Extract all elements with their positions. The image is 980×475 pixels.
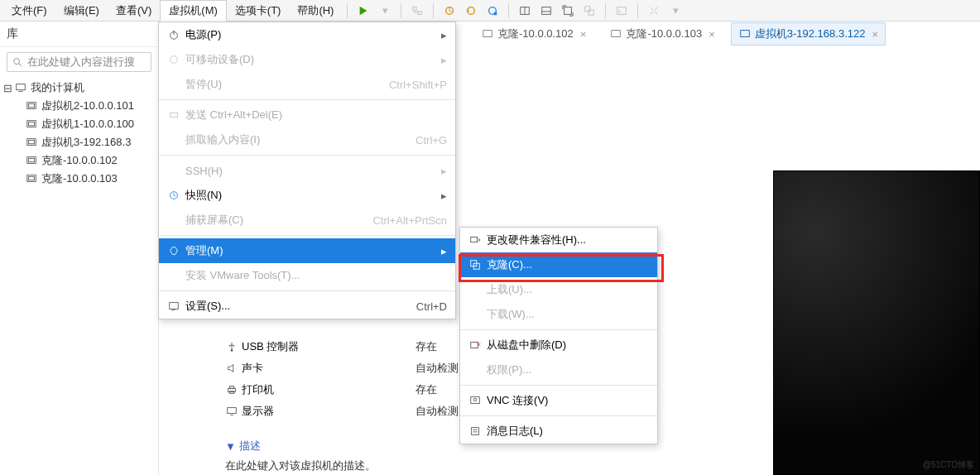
tool-layout-split-icon[interactable] bbox=[516, 2, 534, 20]
svg-rect-27 bbox=[29, 176, 35, 180]
tab-label: 克隆-10.0.0.102 bbox=[497, 26, 574, 41]
settings-icon bbox=[166, 300, 182, 312]
sound-icon bbox=[225, 362, 238, 375]
play-dropdown-icon[interactable]: ▾ bbox=[376, 2, 394, 20]
vm-icon bbox=[738, 27, 752, 41]
vm-console[interactable]: @51CTO博客 bbox=[773, 170, 980, 475]
collapse-icon: ⊟ bbox=[3, 82, 12, 94]
tool-stretch-dropdown-icon[interactable]: ▾ bbox=[666, 2, 685, 20]
svg-rect-25 bbox=[29, 158, 35, 161]
device-label: 显示器 bbox=[242, 404, 274, 419]
chevron-down-icon: ▼ bbox=[225, 440, 236, 453]
submenu-download[interactable]: 下载(W)... bbox=[460, 302, 657, 327]
close-icon[interactable]: × bbox=[872, 28, 878, 41]
menu-label: 电源(P) bbox=[182, 27, 437, 42]
device-row[interactable]: USB 控制器存在 bbox=[225, 336, 473, 357]
tree-item[interactable]: 克隆-10.0.0.102 bbox=[3, 151, 155, 170]
svg-rect-33 bbox=[229, 386, 233, 389]
manage-submenu: 更改硬件兼容性(H)... 克隆(C)... 上载(U)... 下载(W)...… bbox=[459, 227, 658, 444]
menu-tabs[interactable]: 选项卡(T) bbox=[227, 1, 290, 21]
menubar: 文件(F) 编辑(E) 查看(V) 虚拟机(M) 选项卡(T) 帮助(H) ▾ … bbox=[0, 0, 980, 22]
tree-root-label: 我的计算机 bbox=[31, 80, 84, 95]
send-icon bbox=[166, 109, 182, 121]
tab[interactable]: 虚拟机3-192.168.3.122× bbox=[731, 22, 886, 46]
watermark: @51CTO博客 bbox=[923, 459, 974, 471]
menu-help[interactable]: 帮助(H) bbox=[289, 1, 342, 21]
power-icon bbox=[166, 29, 182, 41]
svg-rect-35 bbox=[228, 408, 237, 414]
menu-power[interactable]: 电源(P)▸ bbox=[159, 22, 455, 47]
submenu-upload[interactable]: 上载(U)... bbox=[460, 277, 657, 302]
tool-snapshot-take-icon[interactable] bbox=[440, 2, 459, 20]
menu-snapshot[interactable]: 快照(N)▸ bbox=[159, 183, 455, 208]
tool-fullscreen-icon[interactable] bbox=[559, 2, 577, 20]
menu-vm[interactable]: 虚拟机(M) bbox=[160, 0, 227, 22]
menu-divider bbox=[159, 99, 455, 100]
close-icon[interactable]: × bbox=[709, 28, 715, 41]
menu-view[interactable]: 查看(V) bbox=[108, 1, 160, 21]
tree-item[interactable]: 克隆-10.0.0.103 bbox=[3, 170, 155, 188]
menu-capture-screen[interactable]: 捕获屏幕(C)Ctrl+Alt+PrtScn bbox=[159, 208, 455, 233]
description-text[interactable]: 在此处键入对该虚拟机的描述。 bbox=[225, 458, 473, 473]
tab[interactable]: 克隆-10.0.0.103× bbox=[602, 22, 722, 46]
tree-item[interactable]: 虚拟机1-10.0.0.100 bbox=[3, 115, 155, 133]
menu-file[interactable]: 文件(F) bbox=[3, 1, 55, 21]
menu-divider bbox=[159, 290, 455, 291]
device-row[interactable]: 打印机存在 bbox=[225, 379, 473, 401]
close-icon[interactable]: × bbox=[580, 28, 587, 41]
tree-item-label: 虚拟机2-10.0.0.101 bbox=[41, 98, 134, 113]
svg-rect-16 bbox=[17, 84, 26, 90]
menu-label: 捕获屏幕(C) bbox=[182, 213, 356, 228]
tree-root[interactable]: ⊟ 我的计算机 bbox=[3, 79, 155, 97]
submenu-permissions[interactable]: 权限(P)... bbox=[460, 357, 657, 382]
description-heading[interactable]: ▼描述 bbox=[225, 439, 473, 453]
printer-icon bbox=[225, 383, 238, 396]
submenu-clone[interactable]: 克隆(C)... bbox=[460, 252, 657, 277]
vnc-icon bbox=[467, 395, 483, 406]
menu-grab-input[interactable]: 抓取输入内容(I)Ctrl+G bbox=[159, 127, 455, 152]
tool-snapshot-manage-icon[interactable] bbox=[483, 2, 502, 20]
menu-label: 消息日志(L) bbox=[483, 424, 649, 439]
tree-item[interactable]: 虚拟机2-10.0.0.101 bbox=[3, 97, 155, 115]
submenu-message-log[interactable]: 消息日志(L) bbox=[460, 419, 657, 444]
submenu-delete-from-disk[interactable]: 从磁盘中删除(D) bbox=[460, 333, 657, 357]
menu-label: 设置(S)... bbox=[182, 299, 400, 314]
svg-rect-13 bbox=[617, 7, 627, 14]
device-row[interactable]: 声卡自动检测 bbox=[225, 357, 473, 379]
menu-shortcut: Ctrl+D bbox=[400, 300, 447, 313]
tool-console-icon[interactable] bbox=[612, 2, 631, 20]
submenu-vnc[interactable]: VNC 连接(V) bbox=[460, 388, 657, 413]
play-button[interactable] bbox=[354, 2, 372, 20]
device-label: 打印机 bbox=[242, 382, 274, 397]
tab[interactable]: 克隆-10.0.0.102× bbox=[473, 22, 593, 46]
submenu-change-compat[interactable]: 更改硬件兼容性(H)... bbox=[460, 228, 657, 252]
menu-label: 从磁盘中删除(D) bbox=[483, 338, 649, 353]
vm-icon bbox=[25, 118, 38, 131]
menu-manage[interactable]: 管理(M)▸ bbox=[159, 238, 455, 263]
tool-layout-bottom-icon[interactable] bbox=[537, 2, 555, 20]
delete-icon bbox=[467, 339, 483, 351]
device-row[interactable]: 显示器自动检测 bbox=[225, 401, 473, 422]
svg-rect-19 bbox=[29, 103, 35, 107]
menu-send-cad[interactable]: 发送 Ctrl+Alt+Del(E) bbox=[159, 103, 455, 127]
menu-divider bbox=[159, 155, 455, 156]
menu-label: 管理(M) bbox=[182, 243, 437, 258]
menu-pause[interactable]: 暂停(U)Ctrl+Shift+P bbox=[159, 72, 455, 97]
tool-network-icon[interactable] bbox=[408, 2, 426, 20]
menu-ssh[interactable]: SSH(H)▸ bbox=[159, 158, 455, 183]
tool-stretch-icon[interactable] bbox=[645, 2, 663, 20]
menu-removable-devices[interactable]: 可移动设备(D)▸ bbox=[159, 47, 455, 72]
menu-settings[interactable]: 设置(S)...Ctrl+D bbox=[159, 294, 455, 319]
tree-item-label: 克隆-10.0.0.103 bbox=[41, 171, 118, 186]
search-input[interactable]: 在此处键入内容进行搜 bbox=[7, 52, 151, 72]
tool-unity-icon[interactable] bbox=[580, 2, 598, 20]
chevron-right-icon: ▸ bbox=[437, 165, 447, 177]
menu-install-tools[interactable]: 安装 VMware Tools(T)... bbox=[159, 263, 455, 288]
compat-icon bbox=[467, 234, 483, 246]
menu-edit[interactable]: 编辑(E) bbox=[55, 1, 108, 21]
tree-item[interactable]: 虚拟机3-192.168.3 bbox=[3, 133, 155, 151]
svg-point-14 bbox=[14, 59, 20, 65]
tool-snapshot-revert-icon[interactable] bbox=[462, 2, 480, 20]
svg-rect-28 bbox=[483, 31, 492, 37]
menu-label: 快照(N) bbox=[182, 188, 437, 203]
